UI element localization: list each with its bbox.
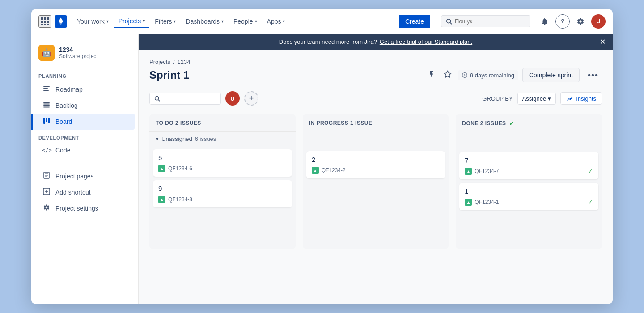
project-header[interactable]: 🤖 1234 Software project <box>31 41 138 68</box>
time-remaining: 9 days remaining <box>458 70 518 80</box>
svg-rect-2 <box>47 17 49 20</box>
board-icon <box>42 117 51 126</box>
backlog-icon <box>42 101 51 110</box>
svg-point-29 <box>155 96 159 100</box>
nav-filters[interactable]: Filters ▾ <box>150 15 180 28</box>
card-todo-2[interactable]: 9 ▲ QF1234-8 <box>153 180 292 207</box>
banner-link[interactable]: Get a free trial of our Standard plan. <box>380 38 472 45</box>
svg-line-30 <box>158 99 160 101</box>
story-icon: ▲ <box>312 167 319 174</box>
svg-rect-17 <box>43 107 50 108</box>
nav-projects[interactable]: Projects ▾ <box>114 15 150 28</box>
svg-rect-14 <box>43 102 50 103</box>
group-by-label: GROUP BY <box>482 95 513 102</box>
card-footer: ▲ QF1234-6 <box>158 165 287 172</box>
nav-dashboards[interactable]: Dashboards ▾ <box>181 15 228 28</box>
board-search[interactable] <box>149 93 221 105</box>
notifications-button[interactable] <box>538 14 552 29</box>
pages-icon <box>42 172 51 181</box>
board-columns: TO DO 2 ISSUES ▾ Unassigned 6 issues 5 ▲… <box>149 114 602 249</box>
column-todo-header: TO DO 2 ISSUES <box>149 114 296 131</box>
story-icon: ▲ <box>465 168 472 175</box>
story-icon: ▲ <box>465 199 472 206</box>
svg-rect-3 <box>41 21 43 23</box>
insights-label: Insights <box>576 95 596 102</box>
svg-rect-13 <box>43 90 49 91</box>
breadcrumb-project-name[interactable]: 1234 <box>178 59 191 65</box>
sidebar-item-add-shortcut[interactable]: Add shortcut <box>35 184 135 200</box>
page-title: Sprint 1 <box>149 69 189 81</box>
search-icon <box>446 18 452 25</box>
create-button[interactable]: Create <box>399 15 430 28</box>
card-done-2[interactable]: 1 ▲ QF1234-1 ✓ <box>459 183 598 210</box>
group-by-select[interactable]: Assignee ▾ <box>517 93 556 105</box>
sidebar-item-project-pages[interactable]: Project pages <box>35 168 135 184</box>
planning-section-title: PLANNING <box>31 68 138 81</box>
nav-apps[interactable]: Apps ▾ <box>263 15 290 28</box>
chevron-icon: ▾ <box>106 19 109 24</box>
nav-your-work[interactable]: Your work ▾ <box>72 15 113 28</box>
project-name: 1234 <box>59 46 131 53</box>
sidebar-item-label: Roadmap <box>55 86 83 93</box>
settings-icon <box>576 17 585 25</box>
svg-rect-6 <box>41 24 43 25</box>
sidebar-item-project-settings[interactable]: Project settings <box>35 200 135 216</box>
add-member-button[interactable]: + <box>244 91 258 106</box>
breadcrumb-projects[interactable]: Projects <box>149 59 170 65</box>
project-type: Software project <box>59 53 131 59</box>
svg-point-9 <box>447 19 451 23</box>
chevron-icon: ▾ <box>174 19 176 24</box>
svg-rect-11 <box>43 86 50 87</box>
search-bar[interactable] <box>441 15 530 27</box>
sidebar: 🤖 1234 Software project PLANNING Roadmap… <box>31 34 139 304</box>
svg-rect-16 <box>43 105 50 106</box>
sidebar-item-board[interactable]: Board <box>31 114 135 130</box>
project-icon: 🤖 <box>38 45 55 61</box>
insights-button[interactable]: Insights <box>560 92 602 105</box>
unassigned-row: ▾ Unassigned 6 issues <box>149 131 296 146</box>
lightning-button[interactable] <box>426 68 437 82</box>
card-footer: ▲ QF1234-2 <box>312 167 440 174</box>
sidebar-item-code[interactable]: </> Code <box>35 143 135 157</box>
card-footer: ▲ QF1234-8 <box>158 196 287 203</box>
filter-user-avatar[interactable]: U <box>225 91 240 106</box>
settings-button[interactable] <box>573 14 588 29</box>
column-inprogress-header: IN PROGRESS 1 ISSUE <box>303 114 449 131</box>
card-id: QF1234-1 <box>475 199 499 205</box>
development-section-title: DEVELOPMENT <box>31 130 138 143</box>
column-inprogress: IN PROGRESS 1 ISSUE 2 ▲ QF1234-2 <box>303 114 449 249</box>
column-todo: TO DO 2 ISSUES ▾ Unassigned 6 issues 5 ▲… <box>149 114 296 249</box>
card-done-1[interactable]: 7 ▲ QF1234-7 ✓ <box>459 152 598 179</box>
sidebar-item-backlog[interactable]: Backlog <box>35 97 135 114</box>
star-button[interactable] <box>442 68 453 82</box>
user-avatar[interactable]: U <box>591 14 606 29</box>
banner-close-button[interactable]: ✕ <box>600 38 606 46</box>
search-input[interactable] <box>455 18 517 25</box>
complete-sprint-button[interactable]: Complete sprint <box>522 68 580 82</box>
card-inprogress-1[interactable]: 2 ▲ QF1234-2 <box>306 151 445 178</box>
jira-logo[interactable] <box>55 15 67 28</box>
card-id: QF1234-2 <box>322 167 346 173</box>
sidebar-item-label: Board <box>55 118 72 125</box>
bell-icon <box>541 17 549 25</box>
chevron-icon: ▾ <box>283 19 285 24</box>
card-number: 7 <box>465 156 593 164</box>
card-id: QF1234-6 <box>168 165 192 172</box>
board-search-input[interactable] <box>163 95 212 102</box>
nav-items: Your work ▾ Projects ▾ Filters ▾ Dashboa… <box>72 15 394 28</box>
upgrade-banner: Does your team need more from Jira? Get … <box>139 34 613 50</box>
svg-rect-15 <box>43 104 50 105</box>
card-todo-1[interactable]: 5 ▲ QF1234-6 <box>153 149 292 177</box>
roadmap-icon <box>42 85 51 94</box>
column-done: DONE 2 ISSUES ✓ 7 ▲ QF1234-7 ✓ <box>456 114 602 249</box>
more-options-button[interactable]: ••• <box>584 68 602 82</box>
insights-icon <box>566 95 573 102</box>
sidebar-item-roadmap[interactable]: Roadmap <box>35 81 135 97</box>
sidebar-item-label: Code <box>55 147 70 154</box>
code-icon: </> <box>42 147 51 153</box>
help-button[interactable]: ? <box>555 14 570 29</box>
banner-text: Does your team need more from Jira? <box>279 38 377 45</box>
grid-icon[interactable] <box>38 15 51 28</box>
svg-rect-20 <box>48 118 50 123</box>
nav-people[interactable]: People ▾ <box>229 15 262 28</box>
